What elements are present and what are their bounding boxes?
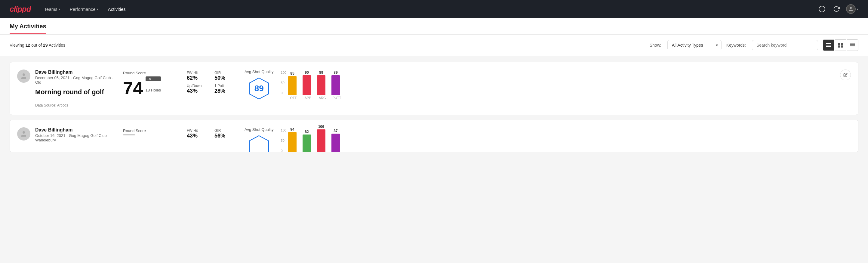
table-row: Dave Billingham December 05, 2021 - Gog … (10, 62, 858, 115)
bar-value-label: 94 (290, 127, 294, 132)
avatar (846, 4, 856, 14)
hex-container: Avg Shot Quality (245, 127, 274, 152)
list-view-button[interactable] (823, 39, 834, 51)
stat-gir-label: GIR (214, 128, 235, 133)
stat-fw-hit-value: 43% (187, 133, 207, 139)
stat-fw-hit: FW Hit 62% (187, 71, 207, 81)
score-main: 74 +4 18 Holes (123, 77, 177, 97)
stat-gir-label: GIR (214, 71, 235, 75)
stat-1putt-label: 1 Putt (214, 84, 235, 88)
bar-value-label: 89 (319, 70, 323, 75)
avatar (17, 127, 30, 141)
nav-performance[interactable]: Performance ▾ (66, 4, 102, 14)
edit-button[interactable] (840, 69, 851, 80)
avg-shot-quality-label: Avg Shot Quality (245, 69, 274, 74)
header-left: clippd Teams ▾ Performance ▾ Activities (10, 4, 129, 14)
bar-chart: 100 50 0 85908989 OTTAPPARGPUTT (281, 71, 341, 99)
avatar (17, 69, 30, 83)
hex-container: Avg Shot Quality 89 (245, 69, 274, 100)
bar-group: 89 (332, 70, 340, 95)
stat-1putt: 1 Putt 28% (214, 84, 235, 94)
viewing-count: 12 (26, 43, 30, 48)
grid-view-button[interactable] (835, 39, 846, 51)
bar-group: 85 (288, 71, 297, 95)
bar-element (317, 129, 326, 152)
svg-rect-10 (841, 46, 843, 48)
stat-gir-value: 56% (214, 133, 235, 139)
bar-value-label: 85 (290, 71, 294, 76)
score-number: 74 (123, 79, 143, 97)
bar-value-label: 87 (334, 129, 337, 133)
bar-group: 82 (303, 130, 311, 152)
card-left-section: Dave Billingham October 16, 2021 - Gog M… (17, 127, 114, 142)
bar-chart: 100 50 0 948210687 OTTAPPARGPUTT (281, 128, 341, 152)
user-name: Dave Billingham (35, 127, 114, 133)
svg-rect-6 (826, 46, 831, 47)
stat-updown-value: 43% (187, 88, 207, 94)
bar-group: 106 (317, 124, 326, 152)
round-score-section: Round Score 74 +4 18 Holes (123, 69, 177, 97)
score-holes: 18 Holes (146, 88, 161, 92)
card-left-section: Dave Billingham December 05, 2021 - Gog … (17, 69, 114, 108)
bars-container: 948210687 (288, 128, 340, 152)
stat-gir: GIR 50% (214, 71, 235, 81)
viewing-total: 29 (43, 43, 48, 48)
bar-element (317, 75, 326, 95)
performance-chevron-icon: ▾ (97, 7, 98, 11)
data-source: Data Source: Arccos (35, 103, 114, 108)
stat-fw-hit: FW Hit 43% (187, 128, 207, 139)
search-input[interactable] (752, 40, 818, 50)
svg-rect-8 (841, 43, 843, 45)
bar-value-label: 82 (305, 130, 309, 134)
stat-1putt-value: 28% (214, 88, 235, 94)
bar-value-label: 106 (318, 124, 324, 129)
card-actions (840, 69, 851, 80)
stat-updown: Up/Down 43% (187, 84, 207, 94)
x-label: PUTT (333, 96, 341, 99)
activity-type-dropdown-wrapper: All Activity Types (668, 40, 721, 50)
stat-gir: GIR 56% (214, 128, 235, 139)
bar-group: 87 (332, 129, 340, 152)
bar-element (288, 132, 297, 152)
page-title: My Activities (10, 18, 46, 34)
bar-element (288, 76, 297, 95)
logo[interactable]: clippd (10, 4, 31, 14)
user-name: Dave Billingham (35, 69, 114, 75)
svg-rect-9 (838, 46, 840, 48)
stat-fw-hit-value: 62% (187, 75, 207, 81)
avg-shot-quality-label: Avg Shot Quality (245, 127, 274, 132)
show-label: Show: (650, 43, 661, 48)
bar-group: 90 (303, 70, 311, 95)
hex-score-display: 89 (247, 77, 271, 100)
nav-performance-label: Performance (70, 7, 96, 12)
svg-rect-7 (838, 43, 840, 45)
viewing-mid: out of (30, 43, 43, 48)
viewing-count-text: Viewing 12 out of 29 Activities (10, 43, 645, 48)
compact-view-button[interactable] (847, 39, 858, 51)
nav-activities-label: Activities (108, 7, 126, 12)
activities-list: Dave Billingham December 05, 2021 - Gog … (0, 56, 868, 163)
viewing-prefix: Viewing (10, 43, 26, 48)
table-row: Dave Billingham October 16, 2021 - Gog M… (10, 120, 858, 152)
nav-activities[interactable]: Activities (104, 4, 129, 14)
filter-bar: Viewing 12 out of 29 Activities Show: Al… (0, 35, 868, 56)
header-right: ▾ (817, 4, 858, 14)
refresh-icon[interactable] (832, 4, 841, 14)
teams-chevron-icon: ▾ (59, 7, 60, 11)
x-labels-row: OTTAPPARGPUTT (281, 96, 341, 99)
card-stats-section: FW Hit 62% GIR 50% Up/Down 43% 1 Putt 28… (187, 69, 235, 94)
sub-header: My Activities (0, 18, 868, 35)
activity-type-dropdown[interactable]: All Activity Types (668, 40, 721, 50)
activity-title: Morning round of golf (35, 88, 114, 96)
user-avatar-button[interactable]: ▾ (846, 4, 858, 14)
nav-teams[interactable]: Teams ▾ (40, 4, 64, 14)
nav-teams-label: Teams (44, 7, 57, 12)
hex-score-display (247, 134, 271, 152)
svg-point-17 (23, 131, 25, 134)
activity-date: October 16, 2021 - Gog Magog Golf Club -… (35, 133, 114, 142)
svg-rect-14 (850, 47, 855, 47)
y-label-0: 0 (281, 91, 286, 95)
bar-value-label: 89 (334, 70, 337, 75)
svg-rect-4 (826, 43, 831, 44)
add-circle-icon[interactable] (817, 4, 827, 14)
